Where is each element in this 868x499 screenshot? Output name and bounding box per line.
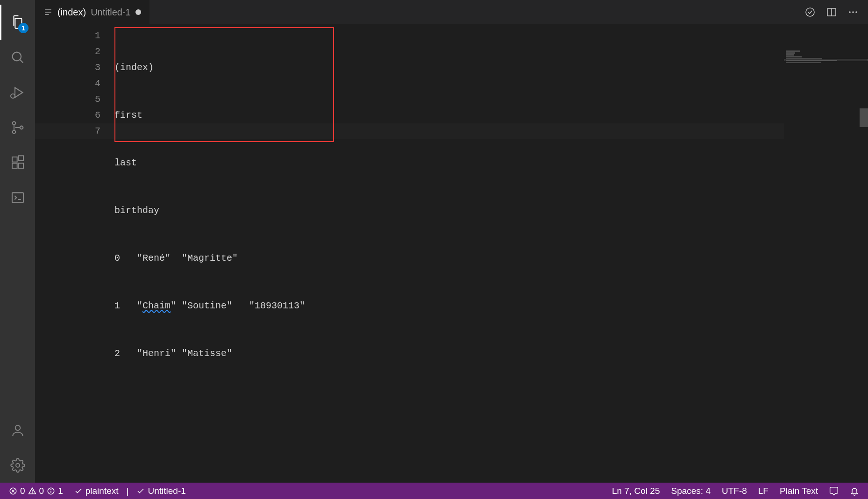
svg-line-1 <box>20 59 23 63</box>
svg-point-23 <box>855 11 857 13</box>
extensions-icon[interactable] <box>0 145 35 180</box>
status-eol[interactable]: LF <box>755 483 772 499</box>
compare-changes-icon[interactable] <box>804 7 816 18</box>
svg-point-28 <box>32 492 32 493</box>
code-line: birthday <box>114 203 868 219</box>
status-language-label: plaintext <box>85 486 119 496</box>
errors-count: 0 <box>20 486 25 496</box>
svg-point-6 <box>20 126 23 129</box>
line-number: 2 <box>35 44 100 60</box>
split-editor-icon[interactable] <box>826 7 837 18</box>
status-file-label: Untitled-1 <box>148 486 185 496</box>
editor-area: (index) Untitled-1 <box>35 0 868 483</box>
settings-gear-icon[interactable] <box>0 448 35 483</box>
code-line: first <box>114 107 868 123</box>
line-number: 3 <box>35 60 100 76</box>
svg-point-5 <box>12 130 15 134</box>
editor-tab[interactable]: (index) Untitled-1 <box>35 0 150 24</box>
tab-title-2: Untitled-1 <box>91 7 131 18</box>
code-line: 1 "Chaim" "Soutine" "18930113" <box>114 298 868 314</box>
line-number: 4 <box>35 76 100 92</box>
terminal-panel-icon[interactable] <box>0 180 35 215</box>
status-encoding[interactable]: UTF-8 <box>719 483 750 499</box>
file-icon <box>43 7 53 17</box>
minimap[interactable] <box>784 49 868 483</box>
svg-rect-7 <box>12 157 17 162</box>
svg-rect-8 <box>12 163 17 168</box>
status-cursor-position[interactable]: Ln 7, Col 25 <box>609 483 663 499</box>
status-language-check[interactable]: plaintext <box>71 483 122 499</box>
status-file-check[interactable]: Untitled-1 <box>133 483 189 499</box>
source-control-icon[interactable] <box>0 110 35 145</box>
dirty-indicator-icon <box>135 9 141 15</box>
svg-point-14 <box>16 463 20 467</box>
svg-point-21 <box>849 11 851 13</box>
code-line: 0 "René" "Magritte" <box>114 250 868 266</box>
status-indent[interactable]: Spaces: 4 <box>668 483 714 499</box>
code-line: 2 "Henri" "Matisse" <box>114 346 868 362</box>
spell-squiggle: Chaim <box>142 300 171 311</box>
info-count: 1 <box>58 486 63 496</box>
line-number: 5 <box>35 92 100 107</box>
svg-point-13 <box>15 425 20 430</box>
svg-point-22 <box>852 11 854 13</box>
more-actions-icon[interactable] <box>847 7 859 18</box>
svg-point-18 <box>806 8 814 16</box>
code-line: last <box>114 155 868 171</box>
tab-bar: (index) Untitled-1 <box>35 0 868 24</box>
explorer-icon[interactable]: 1 <box>0 5 35 40</box>
run-debug-icon[interactable] <box>0 75 35 110</box>
svg-point-31 <box>51 489 51 490</box>
status-bar: 0 0 1 plaintext | Untitled-1 Ln 7, Col 2… <box>0 483 868 499</box>
line-number: 6 <box>35 107 100 123</box>
svg-point-0 <box>12 52 21 60</box>
code-line: (index) <box>114 60 868 76</box>
status-feedback-icon[interactable] <box>826 483 842 499</box>
scrollbar-thumb[interactable] <box>860 108 868 127</box>
svg-rect-9 <box>18 163 23 168</box>
activity-bar: 1 <box>0 0 35 483</box>
editor-body[interactable]: 1 2 3 4 5 6 7 (index) first last birthda… <box>35 24 868 483</box>
explorer-badge: 1 <box>18 23 28 33</box>
search-icon[interactable] <box>0 40 35 75</box>
status-bell-icon[interactable] <box>847 483 862 499</box>
svg-rect-11 <box>12 192 23 202</box>
line-number: 1 <box>35 28 100 44</box>
svg-point-3 <box>11 94 15 98</box>
status-divider: | <box>127 486 129 496</box>
code-content[interactable]: (index) first last birthday 0 "René" "Ma… <box>114 24 868 483</box>
account-icon[interactable] <box>0 413 35 448</box>
tab-title-1: (index) <box>57 7 86 18</box>
warnings-count: 0 <box>39 486 44 496</box>
minimap-viewport[interactable] <box>784 59 868 61</box>
svg-marker-2 <box>15 87 23 97</box>
svg-rect-10 <box>18 156 23 161</box>
svg-point-4 <box>12 121 15 125</box>
status-errors[interactable]: 0 0 1 <box>6 483 66 499</box>
status-language-mode[interactable]: Plain Text <box>776 483 821 499</box>
line-number-gutter: 1 2 3 4 5 6 7 <box>35 24 114 483</box>
